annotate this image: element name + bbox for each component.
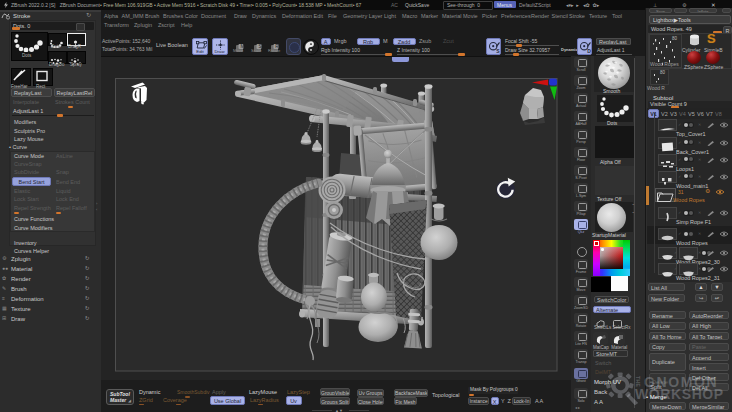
svg-text:D: D — [587, 48, 591, 53]
svg-text:S: S — [496, 48, 500, 53]
